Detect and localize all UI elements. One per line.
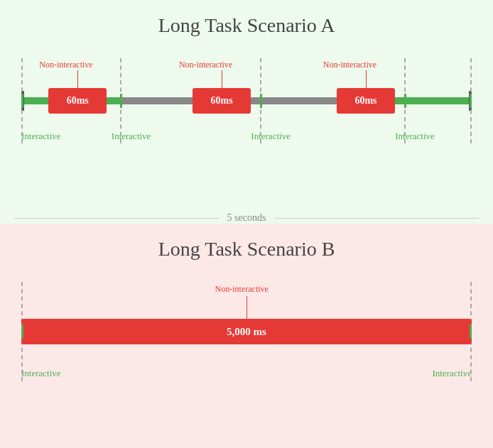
divider-line-right (274, 218, 479, 219)
divider-a: 5 seconds (0, 212, 493, 224)
interactive-label-a-2: Interactive (251, 131, 291, 142)
scenario-a-panel: Long Task Scenario A 60ms 60ms 60ms Non-… (0, 0, 493, 224)
interactive-label-b-right: Interactive (432, 368, 472, 379)
scenario-b-panel: Long Task Scenario B 5,000 ms Non-intera… (0, 224, 493, 448)
non-interactive-label-b: Non-interactive (215, 284, 269, 295)
interactive-label-a-1: Interactive (112, 131, 151, 142)
interactive-label-a-0: Interactive (21, 131, 61, 142)
connector-b (246, 296, 247, 324)
divider-line-left (14, 218, 219, 219)
connector-a-2 (222, 70, 222, 92)
scenario-b-title: Long Task Scenario B (14, 238, 479, 261)
green-tick-a-3 (404, 94, 406, 108)
interactive-label-a-3: Interactive (395, 131, 435, 142)
connector-a-1 (77, 70, 78, 92)
interactive-label-b-left: Interactive (21, 368, 61, 379)
green-tick-a-0 (21, 94, 23, 108)
green-tick-a-4 (470, 94, 472, 108)
non-interactive-label-a-1: Non-interactive (39, 60, 92, 70)
green-tick-a-2 (260, 94, 262, 108)
green-tick-b-right (470, 324, 472, 339)
green-tick-a-1 (120, 94, 122, 108)
timeline-a: 60ms 60ms 60ms Non-interactive Non-inter… (21, 58, 472, 143)
non-interactive-label-a-2: Non-interactive (179, 60, 232, 70)
green-tick-b-left (21, 324, 23, 339)
connector-a-3 (366, 70, 367, 92)
timeline-b: 5,000 ms Non-interactive Interactive Int… (21, 282, 472, 381)
divider-label: 5 seconds (219, 212, 275, 224)
scenario-a-title: Long Task Scenario A (14, 14, 479, 37)
non-interactive-label-a-3: Non-interactive (323, 60, 376, 70)
